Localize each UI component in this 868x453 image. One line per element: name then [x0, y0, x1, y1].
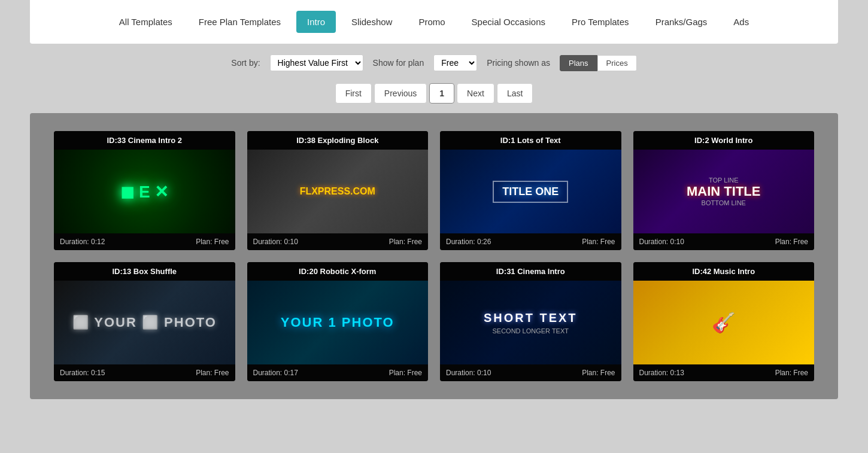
duration: Duration: 0:10 — [446, 369, 491, 377]
tab-ads[interactable]: Ads — [723, 11, 760, 33]
card-thumb: TITLE ONE — [440, 150, 621, 233]
sort-select[interactable]: Highest Value First Lowest Value First N… — [270, 54, 363, 71]
card-footer: Duration: 0:12 Plan: Free — [54, 233, 235, 250]
card-footer: Duration: 0:13 Plan: Free — [633, 364, 815, 381]
plan: Plan: Free — [775, 369, 808, 377]
card-thumb: YOUR 1 PHOTO — [247, 281, 429, 364]
sort-label: Sort by: — [231, 58, 260, 68]
card-title: ID:42 Music Intro — [633, 262, 815, 281]
card-title: ID:38 Exploding Block — [247, 131, 429, 150]
pagination: First Previous 1 Next Last — [0, 77, 868, 113]
tab-promo[interactable]: Promo — [408, 11, 456, 33]
plan: Plan: Free — [582, 369, 615, 377]
template-card-world-intro[interactable]: ID:2 World Intro TOP LINE MAIN TITLE BOT… — [633, 131, 815, 250]
card-thumb: ⬜ YOUR ⬜ PHOTO — [54, 281, 235, 364]
pricing-toggle: Plans Prices — [560, 55, 637, 71]
duration: Duration: 0:10 — [639, 238, 684, 246]
card-thumb: SHORT TEXT SECOND LONGER TEXT — [440, 281, 621, 364]
template-card-cinema-intro[interactable]: ID:31 Cinema Intro SHORT TEXT SECOND LON… — [440, 262, 621, 381]
template-card-lots-of-text[interactable]: ID:1 Lots of Text TITLE ONE Duration: 0:… — [440, 131, 621, 250]
card-footer: Duration: 0:26 Plan: Free — [440, 233, 621, 250]
card-thumb: FLXPRESS.COM — [247, 150, 429, 233]
card-title: ID:1 Lots of Text — [440, 131, 621, 150]
card-footer: Duration: 0:10 Plan: Free — [633, 233, 815, 250]
duration: Duration: 0:13 — [639, 369, 684, 377]
duration: Duration: 0:10 — [253, 238, 298, 246]
plan: Plan: Free — [775, 238, 808, 246]
top-nav-bar: All Templates Free Plan Templates Intro … — [30, 0, 838, 44]
tab-intro[interactable]: Intro — [296, 11, 336, 33]
grid-container: ID:33 Cinema Intro 2 ◼ E ✕ Duration: 0:1… — [30, 113, 838, 399]
duration: Duration: 0:15 — [60, 369, 105, 377]
template-card-robotic-xform[interactable]: ID:20 Robotic X-form YOUR 1 PHOTO Durati… — [247, 262, 429, 381]
card-thumb: ◼ E ✕ — [54, 150, 235, 233]
tab-free-plan[interactable]: Free Plan Templates — [188, 11, 292, 33]
card-footer: Duration: 0:15 Plan: Free — [54, 364, 235, 381]
templates-grid: ID:33 Cinema Intro 2 ◼ E ✕ Duration: 0:1… — [54, 131, 814, 381]
first-page-btn[interactable]: First — [335, 83, 372, 104]
last-page-btn[interactable]: Last — [497, 83, 533, 104]
current-page-btn[interactable]: 1 — [429, 83, 454, 104]
card-footer: Duration: 0:17 Plan: Free — [247, 364, 429, 381]
card-thumb: 🎸 — [633, 281, 815, 364]
card-title: ID:2 World Intro — [633, 131, 815, 150]
plan: Plan: Free — [196, 238, 229, 246]
controls-bar: Sort by: Highest Value First Lowest Valu… — [0, 44, 868, 77]
template-card-music-intro[interactable]: ID:42 Music Intro 🎸 Duration: 0:13 Plan:… — [633, 262, 815, 381]
template-card-exploding-block[interactable]: ID:38 Exploding Block FLXPRESS.COM Durat… — [247, 131, 429, 250]
tab-pro-templates[interactable]: Pro Templates — [561, 11, 640, 33]
tab-slideshow[interactable]: Slideshow — [341, 11, 403, 33]
tab-pranks-gags[interactable]: Pranks/Gags — [645, 11, 718, 33]
plan: Plan: Free — [196, 369, 229, 377]
show-plan-select[interactable]: Free Basic Pro — [433, 54, 477, 71]
next-page-btn[interactable]: Next — [457, 83, 494, 104]
card-title: ID:31 Cinema Intro — [440, 262, 621, 281]
plan: Plan: Free — [582, 238, 615, 246]
duration: Duration: 0:17 — [253, 369, 298, 377]
plan: Plan: Free — [389, 369, 422, 377]
card-title: ID:13 Box Shuffle — [54, 262, 235, 281]
template-card-cinema-intro-2[interactable]: ID:33 Cinema Intro 2 ◼ E ✕ Duration: 0:1… — [54, 131, 235, 250]
template-card-box-shuffle[interactable]: ID:13 Box Shuffle ⬜ YOUR ⬜ PHOTO Duratio… — [54, 262, 235, 381]
card-title: ID:33 Cinema Intro 2 — [54, 131, 235, 150]
show-label: Show for plan — [373, 58, 424, 68]
tab-all-templates[interactable]: All Templates — [108, 11, 183, 33]
previous-page-btn[interactable]: Previous — [374, 83, 427, 104]
duration: Duration: 0:26 — [446, 238, 491, 246]
plan: Plan: Free — [389, 238, 422, 246]
card-footer: Duration: 0:10 Plan: Free — [247, 233, 429, 250]
pricing-prices-btn[interactable]: Prices — [597, 55, 637, 71]
card-footer: Duration: 0:10 Plan: Free — [440, 364, 621, 381]
card-thumb: TOP LINE MAIN TITLE BOTTOM LINE — [633, 150, 815, 233]
duration: Duration: 0:12 — [60, 238, 105, 246]
card-title: ID:20 Robotic X-form — [247, 262, 429, 281]
pricing-label: Pricing shown as — [487, 58, 550, 68]
tab-special-occasions[interactable]: Special Occasions — [461, 11, 556, 33]
pricing-plans-btn[interactable]: Plans — [560, 55, 597, 71]
